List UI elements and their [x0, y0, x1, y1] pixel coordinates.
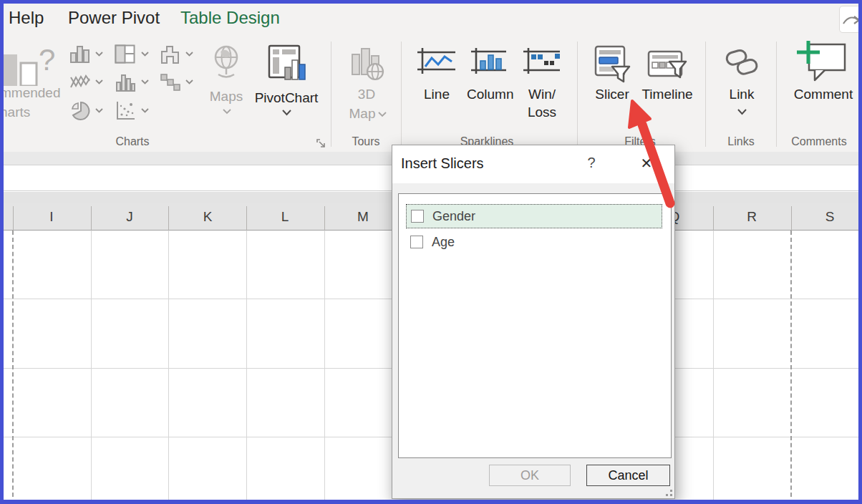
column-header-l[interactable]: L: [281, 209, 289, 225]
chevron-down-icon: [737, 109, 747, 115]
sparkline-line-button[interactable]: Line: [417, 44, 457, 123]
column-header-s[interactable]: S: [825, 209, 835, 225]
sparkline-line-icon: [417, 47, 457, 74]
sparkline-column-button[interactable]: Column: [467, 44, 511, 123]
maps-button[interactable]: Maps: [206, 42, 246, 127]
dialog-launcher-icon[interactable]: [316, 138, 327, 150]
pivotchart-button[interactable]: PivotChart: [252, 42, 321, 127]
gridline: [246, 231, 247, 504]
column-header-r[interactable]: R: [747, 209, 757, 225]
dialog-title: Insert Slicers: [401, 155, 484, 172]
slicer-label: Slicer: [591, 87, 633, 102]
svg-text:?: ?: [39, 43, 55, 77]
column-divider[interactable]: [324, 206, 325, 231]
help-icon[interactable]: ?: [583, 155, 600, 173]
sparkline-line-label: Line: [417, 87, 457, 102]
gridline: [324, 231, 325, 504]
line-chart-icon: [69, 72, 91, 92]
screenshot-border-bottom: [0, 500, 862, 504]
insert-slicers-dialog: Insert Slicers ? ✕ Gender Age OK Cancel: [392, 145, 675, 499]
slicer-icon: [594, 44, 631, 84]
column-divider[interactable]: [13, 206, 14, 231]
ok-button[interactable]: OK: [489, 465, 571, 486]
screenshot-border-right: [858, 0, 862, 504]
dialog-title-bar[interactable]: Insert Slicers ? ✕: [392, 145, 674, 183]
page-break-line: [790, 231, 792, 504]
sparkline-winloss-button[interactable]: Win/ Loss: [521, 44, 563, 123]
slicer-button[interactable]: Slicer: [591, 43, 633, 122]
gender-checkbox[interactable]: [411, 210, 424, 223]
column-chart-icon: [69, 44, 91, 64]
gridline: [168, 231, 169, 504]
resize-grip[interactable]: [664, 488, 672, 496]
chevron-down-icon[interactable]: [185, 52, 193, 57]
sparkline-column-label: Column: [467, 87, 511, 102]
recommended-charts-button[interactable]: ? mmended harts: [0, 40, 63, 127]
chevron-down-icon[interactable]: [95, 79, 103, 84]
column-header-k[interactable]: K: [203, 209, 213, 225]
column-divider[interactable]: [713, 206, 714, 231]
globe-maps-icon: [210, 44, 243, 81]
combo-chart-icon: [160, 72, 181, 92]
column-header-m[interactable]: M: [357, 209, 369, 225]
link-button[interactable]: Link: [722, 43, 762, 126]
cancel-button[interactable]: Cancel: [586, 465, 670, 486]
insert-statistic-chart-button[interactable]: [115, 72, 136, 94]
group-label-links: Links: [716, 135, 766, 148]
column-divider[interactable]: [246, 206, 247, 231]
chevron-down-icon[interactable]: [141, 108, 149, 113]
slicer-field-list: Gender Age: [398, 193, 672, 458]
group-label-charts: Charts: [104, 135, 161, 148]
sparkline-winloss-icon: [523, 47, 561, 74]
gender-label: Gender: [432, 209, 475, 224]
histogram-chart-icon: [115, 72, 136, 92]
insert-combo-chart-button[interactable]: [160, 72, 181, 94]
new-comment-button[interactable]: Comment: [790, 39, 856, 122]
comment-icon: [793, 39, 852, 84]
column-divider[interactable]: [791, 206, 792, 231]
chevron-down-icon[interactable]: [141, 79, 149, 84]
column-header-i[interactable]: I: [49, 209, 53, 225]
sparkline-winloss-label-2: Loss: [521, 105, 563, 120]
group-separator: [577, 42, 578, 147]
chevron-down-icon[interactable]: [185, 79, 193, 84]
insert-scatter-chart-button[interactable]: [115, 100, 136, 124]
page-break-line: [12, 231, 14, 504]
screenshot-border-top: [0, 0, 862, 4]
close-icon[interactable]: ✕: [634, 152, 659, 174]
insert-hierarchy-chart-button[interactable]: [115, 44, 136, 67]
column-header-j[interactable]: J: [126, 209, 133, 225]
maps-label: Maps: [206, 89, 246, 105]
chevron-down-icon[interactable]: [95, 52, 103, 57]
tab-power-pivot[interactable]: Power Pivot: [68, 8, 160, 28]
timeline-icon: [647, 44, 687, 84]
insert-waterfall-chart-button[interactable]: [160, 44, 181, 67]
chevron-down-icon: [378, 112, 387, 117]
age-checkbox[interactable]: [410, 236, 423, 248]
tab-help[interactable]: Help: [9, 8, 44, 28]
group-separator: [401, 42, 402, 147]
field-item-gender[interactable]: Gender: [406, 204, 662, 228]
chevron-down-icon[interactable]: [95, 108, 103, 113]
waterfall-chart-icon: [160, 44, 181, 64]
3d-map-button[interactable]: 3D Map: [344, 43, 389, 129]
chevron-down-icon[interactable]: [141, 52, 149, 57]
field-item-age[interactable]: Age: [406, 230, 662, 254]
pivotchart-label: PivotChart: [252, 90, 321, 106]
timeline-button[interactable]: Timeline: [641, 43, 693, 122]
recommended-charts-label-1: mmended: [0, 85, 63, 101]
insert-line-chart-button[interactable]: [69, 72, 91, 94]
excel-window: Help Power Pivot Table Design ? mmended …: [0, 0, 862, 504]
group-separator: [705, 42, 706, 147]
age-label: Age: [432, 235, 455, 250]
ribbon: Help Power Pivot Table Design ? mmended …: [0, 0, 862, 152]
pie-chart-icon: [69, 100, 91, 121]
column-divider[interactable]: [91, 206, 92, 231]
tab-table-design[interactable]: Table Design: [180, 8, 280, 28]
sparkline-winloss-label-1: Win/: [521, 87, 563, 102]
insert-pie-chart-button[interactable]: [69, 100, 91, 124]
gridline: [713, 231, 714, 504]
column-divider[interactable]: [168, 206, 169, 231]
insert-column-chart-button[interactable]: [69, 44, 91, 67]
group-separator: [776, 42, 777, 147]
